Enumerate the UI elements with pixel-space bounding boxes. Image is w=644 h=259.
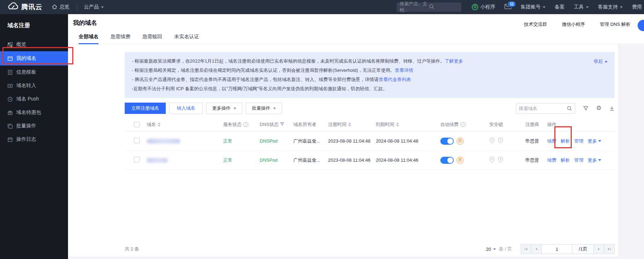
info-icon[interactable]: i bbox=[461, 122, 465, 127]
sidebar-item-batch-operations[interactable]: 批量操作 bbox=[0, 119, 68, 133]
manage-link[interactable]: 管理 bbox=[574, 157, 583, 163]
link-learn-more[interactable]: 了解更多 bbox=[445, 58, 463, 64]
document-icon bbox=[7, 70, 13, 75]
chevron-down-icon bbox=[543, 6, 546, 10]
download-icon[interactable] bbox=[609, 106, 615, 111]
expiration-time: 2024-08-08 11:04:48 bbox=[376, 138, 440, 144]
group-account-menu[interactable]: 集团账号 bbox=[521, 4, 546, 10]
domain-search-box[interactable] bbox=[516, 103, 575, 114]
info-icon[interactable]: i bbox=[243, 122, 248, 127]
messages-button[interactable]: 11 bbox=[504, 4, 512, 10]
chevron-down-icon bbox=[101, 6, 104, 10]
notice-line: -近期有不法分子利用 ICP 备案的公示信息，以"万维网/万域网"等名义向用户发… bbox=[132, 84, 608, 93]
auto-renew-toggle[interactable] bbox=[440, 157, 454, 164]
promo-badge[interactable]: 惠 bbox=[457, 157, 464, 164]
renew-link[interactable]: 续费 bbox=[547, 138, 557, 144]
filter-icon[interactable] bbox=[583, 106, 588, 111]
sidebar-title: 域名注册 bbox=[0, 14, 68, 38]
first-page-button[interactable] bbox=[521, 244, 531, 254]
tab-unverified[interactable]: 未实名认证 bbox=[174, 30, 199, 44]
dns-resolve-link[interactable]: 解析 bbox=[561, 157, 570, 163]
dns-resolve-link[interactable]: 解析 bbox=[561, 138, 570, 144]
topbar-right: 小程序 11 集团账号 备案 工具 客服支持 费用 bbox=[461, 4, 644, 10]
filter-icon[interactable] bbox=[280, 122, 284, 127]
nav-tools[interactable]: 工具 bbox=[574, 4, 589, 10]
transfer-domain-button[interactable]: 转入域名 bbox=[169, 103, 203, 114]
link-voucher-list[interactable]: 查看代金券列表 bbox=[379, 77, 411, 82]
registration-time: 2023-08-08 11:04:48 bbox=[328, 138, 376, 144]
prev-page-button[interactable] bbox=[531, 244, 542, 254]
global-search-input[interactable]: 搜索产品、文档... bbox=[397, 2, 461, 12]
floating-help-button[interactable] bbox=[638, 20, 644, 31]
sidebar-item-domain-push[interactable]: 域名 Push bbox=[0, 92, 68, 106]
nav-cloud-products[interactable]: 云产品 bbox=[84, 4, 104, 10]
chevron-down-icon bbox=[620, 6, 623, 10]
tab-all-domains[interactable]: 全部域名 bbox=[79, 30, 98, 44]
domain-name-redacted[interactable] bbox=[147, 158, 168, 163]
last-page-button[interactable] bbox=[604, 244, 615, 254]
sort-icon[interactable] bbox=[158, 121, 160, 128]
collapse-notice-button[interactable]: 收起 bbox=[594, 57, 608, 66]
manage-link[interactable]: 管理 bbox=[574, 138, 583, 144]
nav-overview[interactable]: 总览 bbox=[52, 4, 69, 11]
sidebar-item-special-offer[interactable]: 域名特惠包 bbox=[0, 106, 68, 119]
nav-beian[interactable]: 备案 bbox=[555, 4, 565, 10]
registrar: 帝思普 bbox=[525, 157, 547, 163]
security-lock-icon[interactable] bbox=[498, 137, 503, 145]
row-checkbox[interactable] bbox=[134, 138, 140, 143]
brand-logo[interactable]: 腾讯云 bbox=[0, 2, 52, 12]
sort-icon[interactable] bbox=[396, 121, 399, 128]
nav-billing[interactable]: 费用 bbox=[632, 4, 642, 10]
page-number-input[interactable] bbox=[541, 244, 572, 254]
domain-search-input[interactable] bbox=[519, 106, 567, 111]
link-tech-group[interactable]: 技术交流群 bbox=[524, 21, 547, 28]
select-all-checkbox[interactable] bbox=[134, 122, 140, 127]
sidebar-item-overview[interactable]: 概览 bbox=[0, 38, 68, 51]
tab-renew-soon[interactable]: 急需续费 bbox=[111, 30, 130, 44]
renew-link[interactable]: 续费 bbox=[547, 157, 557, 163]
more-link[interactable]: 更多 bbox=[588, 138, 601, 144]
security-lock-icon[interactable] bbox=[498, 156, 503, 164]
security-lock-icon[interactable] bbox=[489, 156, 495, 164]
promo-badge[interactable]: 惠 bbox=[457, 138, 464, 145]
security-lock-icon[interactable] bbox=[489, 137, 495, 145]
total-count: 共 2 条 bbox=[125, 246, 139, 252]
register-domain-button[interactable]: 立即注册域名 bbox=[125, 103, 166, 114]
pagination: 20 条 / 页 /1页 bbox=[486, 244, 615, 254]
link-view-details[interactable]: 查看详情 bbox=[395, 68, 413, 73]
chevron-down-icon bbox=[598, 159, 601, 162]
search-icon bbox=[429, 4, 458, 10]
nav-support[interactable]: 客服支持 bbox=[598, 4, 623, 10]
sidebar-item-info-template[interactable]: 信息模板 bbox=[0, 65, 68, 79]
sidebar-item-operation-log[interactable]: 操作日志 bbox=[0, 133, 68, 146]
sidebar-item-my-domains[interactable]: 我的域名 bbox=[0, 51, 68, 65]
tab-redeem-soon[interactable]: 急需赎回 bbox=[142, 30, 162, 44]
sidebar-item-domain-transfer[interactable]: 域名转入 bbox=[0, 79, 68, 92]
mini-program-entry[interactable]: 小程序 bbox=[472, 4, 495, 10]
batch-operations-dropdown[interactable]: 批量操作 bbox=[246, 103, 282, 114]
toolbar-right-group: ⚙ bbox=[516, 103, 615, 114]
page-title: 我的域名 bbox=[73, 19, 97, 27]
more-operations-dropdown[interactable]: 更多操作 bbox=[206, 103, 242, 114]
chevron-down-icon bbox=[586, 6, 589, 10]
main-content: 我的域名 技术交流群 微信小程序 管理 DNS 解析 全部域名 急需续费 急需赎… bbox=[68, 14, 644, 259]
service-status: 正常 bbox=[223, 138, 260, 144]
gift-icon bbox=[7, 110, 13, 115]
registrar: 帝思普 bbox=[525, 138, 547, 144]
dns-status: DNSPod bbox=[260, 157, 293, 163]
link-manage-dns[interactable]: 管理 DNS 解析 bbox=[600, 21, 631, 28]
row-checkbox[interactable] bbox=[134, 157, 140, 162]
page-size-select[interactable]: 20 bbox=[486, 247, 496, 252]
sort-icon[interactable] bbox=[348, 121, 351, 128]
more-link[interactable]: 更多 bbox=[588, 157, 601, 163]
per-page-label: 条 / 页 bbox=[499, 246, 512, 252]
auto-renew-toggle[interactable] bbox=[440, 138, 454, 145]
domain-owner: 广州嘉益食... bbox=[293, 157, 328, 163]
topbar: 腾讯云 总览 云产品 搜索产品、文档... 小程序 11 集团账号 bbox=[0, 0, 644, 14]
table-toolbar: 立即注册域名 转入域名 更多操作 批量操作 ⚙ bbox=[125, 103, 615, 114]
next-page-button[interactable] bbox=[594, 244, 604, 254]
search-icon[interactable] bbox=[567, 106, 572, 111]
domain-name-redacted[interactable] bbox=[147, 139, 180, 144]
link-wechat-mini[interactable]: 微信小程序 bbox=[562, 21, 585, 28]
gear-icon[interactable]: ⚙ bbox=[596, 105, 601, 111]
